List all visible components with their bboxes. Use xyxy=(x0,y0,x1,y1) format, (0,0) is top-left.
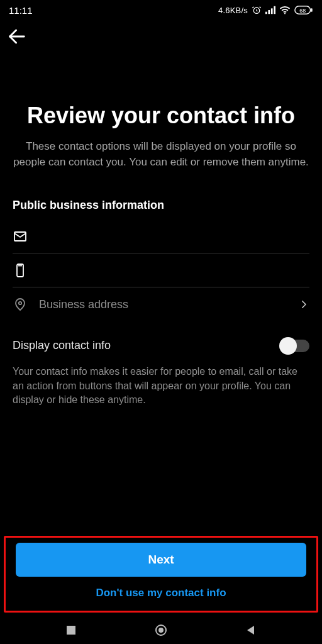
actions-highlight-box: Next Don't use my contact info xyxy=(4,536,318,613)
wifi-icon xyxy=(279,6,291,14)
status-time: 11:11 xyxy=(9,5,33,16)
display-contact-toggle-row: Display contact info xyxy=(13,339,309,352)
section-label-public-info: Public business information xyxy=(13,199,309,212)
svg-rect-3 xyxy=(271,8,273,14)
address-label: Business address xyxy=(39,298,288,311)
email-field[interactable] xyxy=(13,219,309,253)
signal-icon xyxy=(265,6,275,14)
svg-rect-1 xyxy=(265,12,267,14)
svg-rect-13 xyxy=(67,626,75,635)
display-contact-helper: Your contact info makes it easier for pe… xyxy=(13,365,309,407)
location-pin-icon xyxy=(13,297,29,312)
status-bar: 11:11 4.6KB/s 68 xyxy=(0,0,322,19)
page-title: Review your contact info xyxy=(13,102,309,129)
nav-home-button[interactable] xyxy=(142,623,180,637)
alarm-icon xyxy=(252,5,262,15)
address-field[interactable]: Business address xyxy=(13,287,309,321)
display-contact-label: Display contact info xyxy=(13,339,111,352)
svg-point-12 xyxy=(19,302,21,304)
display-contact-toggle[interactable] xyxy=(280,340,309,352)
next-button[interactable]: Next xyxy=(16,543,306,577)
nav-back-button[interactable] xyxy=(232,625,270,636)
nav-recent-button[interactable] xyxy=(52,625,90,636)
svg-point-5 xyxy=(284,13,286,14)
chevron-right-icon xyxy=(298,299,309,310)
dont-use-contact-button[interactable]: Don't use my contact info xyxy=(16,577,306,604)
phone-field[interactable] xyxy=(13,253,309,287)
svg-marker-16 xyxy=(247,626,254,635)
back-arrow-icon[interactable] xyxy=(6,26,28,47)
svg-rect-2 xyxy=(268,10,270,14)
app-bar xyxy=(0,19,322,54)
svg-rect-7 xyxy=(311,8,312,11)
toggle-knob xyxy=(279,337,297,355)
status-network-speed: 4.6KB/s xyxy=(218,6,248,15)
page-subtitle: These contact options will be displayed … xyxy=(13,139,309,170)
system-nav-bar xyxy=(0,616,322,644)
battery-level: 68 xyxy=(299,8,306,14)
svg-rect-4 xyxy=(274,6,275,14)
svg-point-15 xyxy=(158,628,164,633)
battery-icon: 68 xyxy=(294,5,313,15)
phone-icon xyxy=(13,263,29,278)
email-icon xyxy=(13,229,29,244)
